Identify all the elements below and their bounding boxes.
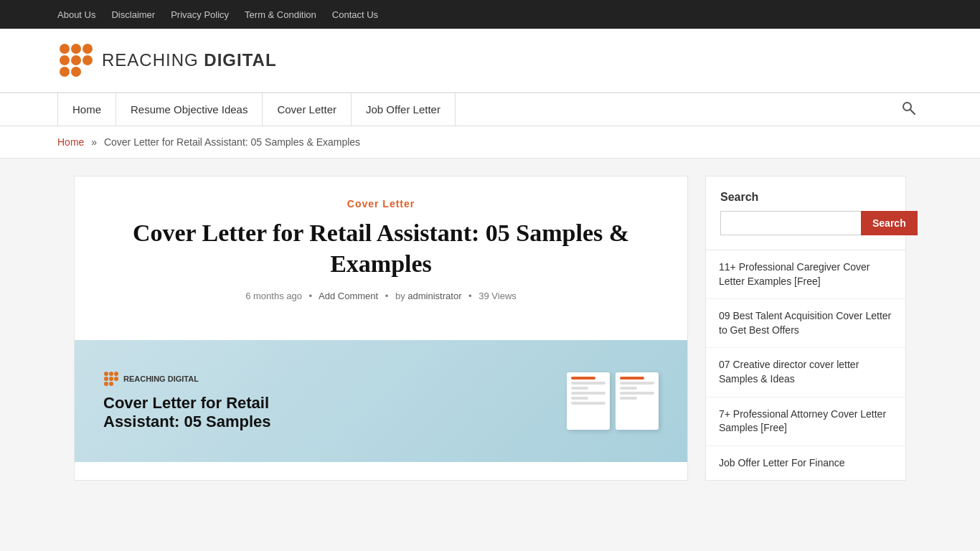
article-category[interactable]: Cover Letter — [103, 198, 659, 209]
article-author[interactable]: administrator — [407, 291, 461, 301]
featured-image: REACHING DIGITAL Cover Letter for Retail… — [75, 340, 687, 462]
breadcrumb-home[interactable]: Home — [57, 136, 84, 148]
main-nav: Home Resume Objective Ideas Cover Letter… — [0, 93, 980, 126]
article-views: 39 Views — [479, 291, 517, 301]
logo-text: REACHING DIGITAL — [102, 50, 277, 70]
featured-image-left: REACHING DIGITAL Cover Letter for Retail… — [103, 371, 567, 432]
svg-point-1 — [71, 44, 81, 54]
doc-line — [571, 402, 606, 405]
breadcrumb-separator: » — [91, 136, 97, 148]
nav-links: Home Resume Objective Ideas Cover Letter… — [57, 93, 894, 126]
doc-line — [571, 377, 595, 380]
article: Cover Letter Cover Letter for Retail Ass… — [74, 176, 688, 481]
doc-line — [571, 387, 588, 390]
sidebar-link-2[interactable]: 07 Creative director cover letter Sample… — [706, 348, 905, 397]
logo[interactable]: REACHING DIGITAL — [57, 42, 923, 79]
article-add-comment[interactable]: Add Comment — [319, 291, 378, 301]
doc-line — [620, 377, 644, 380]
svg-point-11 — [109, 372, 113, 376]
featured-title-line1: Cover Letter for Retail — [103, 394, 567, 413]
featured-image-logo-text: REACHING DIGITAL — [123, 375, 199, 383]
svg-point-0 — [60, 44, 70, 54]
article-time: 6 months ago — [245, 291, 302, 301]
doc-line — [571, 392, 606, 395]
article-meta: 6 months ago • Add Comment • by administ… — [103, 291, 659, 301]
featured-image-content: REACHING DIGITAL Cover Letter for Retail… — [75, 357, 687, 446]
doc-line — [571, 382, 606, 385]
article-inner: Cover Letter Cover Letter for Retail Ass… — [75, 176, 687, 340]
svg-line-9 — [910, 110, 915, 114]
doc-line — [620, 392, 654, 395]
sidebar-links: 11+ Professional Caregiver Cover Letter … — [705, 250, 906, 481]
logo-icon — [57, 42, 95, 79]
svg-point-15 — [114, 377, 118, 381]
featured-title-line2: Assistant: 05 Samples — [103, 413, 567, 431]
search-button[interactable]: Search — [861, 211, 918, 235]
featured-image-right — [567, 372, 659, 430]
featured-logo-icon — [103, 371, 119, 387]
topbar-link-about[interactable]: About Us — [57, 9, 95, 20]
nav-item-job-offer[interactable]: Job Offer Letter — [352, 93, 456, 126]
svg-point-6 — [60, 67, 70, 77]
sidebar-link-3[interactable]: 7+ Professional Attorney Cover Letter Sa… — [706, 397, 905, 446]
svg-point-7 — [71, 67, 81, 77]
svg-point-10 — [104, 372, 108, 376]
svg-point-4 — [71, 55, 81, 65]
svg-point-17 — [109, 382, 113, 386]
svg-point-3 — [60, 55, 70, 65]
nav-search-icon-button[interactable] — [894, 93, 923, 126]
sidebar-search-box: Search Search — [705, 176, 906, 250]
nav-item-resume[interactable]: Resume Objective Ideas — [116, 93, 263, 126]
doc-line — [571, 397, 588, 400]
featured-image-logo: REACHING DIGITAL — [103, 371, 567, 387]
breadcrumb: Home » Cover Letter for Retail Assistant… — [0, 126, 980, 159]
sidebar: Search Search 11+ Professional Caregiver… — [705, 176, 906, 481]
nav-item-home[interactable]: Home — [57, 93, 116, 126]
nav-item-cover-letter[interactable]: Cover Letter — [263, 93, 352, 126]
sidebar-link-0[interactable]: 11+ Professional Caregiver Cover Letter … — [706, 250, 905, 299]
doc-line — [620, 382, 654, 385]
meta-sep3: • — [468, 291, 472, 301]
doc-line — [620, 397, 637, 400]
doc-card-1 — [567, 372, 610, 430]
header: REACHING DIGITAL — [0, 29, 980, 93]
svg-point-13 — [104, 377, 108, 381]
article-title: Cover Letter for Retail Assistant: 05 Sa… — [103, 218, 659, 279]
search-icon — [901, 100, 915, 115]
sidebar-search-row: Search — [720, 211, 891, 235]
meta-sep1: • — [309, 291, 313, 301]
breadcrumb-current: Cover Letter for Retail Assistant: 05 Sa… — [104, 136, 360, 148]
topbar-link-privacy[interactable]: Privacy Policy — [171, 9, 229, 20]
logo-reaching: REACHING — [102, 50, 199, 70]
topbar-link-term[interactable]: Term & Condition — [245, 9, 316, 20]
topbar-link-contact[interactable]: Contact Us — [332, 9, 378, 20]
sidebar-search-label: Search — [720, 191, 891, 204]
svg-point-2 — [83, 44, 93, 54]
content-wrapper: Cover Letter Cover Letter for Retail Ass… — [60, 159, 920, 498]
topbar-link-disclaimer[interactable]: Disclaimer — [111, 9, 155, 20]
top-bar: About Us Disclaimer Privacy Policy Term … — [0, 0, 980, 29]
svg-point-14 — [109, 377, 113, 381]
sidebar-link-4[interactable]: Job Offer Letter For Finance — [706, 446, 905, 481]
logo-digital: DIGITAL — [204, 50, 276, 70]
doc-card-2 — [616, 372, 659, 430]
featured-image-title: Cover Letter for Retail Assistant: 05 Sa… — [103, 394, 567, 432]
svg-point-5 — [83, 55, 93, 65]
svg-point-16 — [104, 382, 108, 386]
sidebar-link-1[interactable]: 09 Best Talent Acquisition Cover Letter … — [706, 299, 905, 348]
meta-by: by — [395, 291, 407, 301]
doc-line — [620, 387, 637, 390]
search-input[interactable] — [720, 211, 861, 235]
svg-point-12 — [114, 372, 118, 376]
meta-sep2: • — [385, 291, 389, 301]
